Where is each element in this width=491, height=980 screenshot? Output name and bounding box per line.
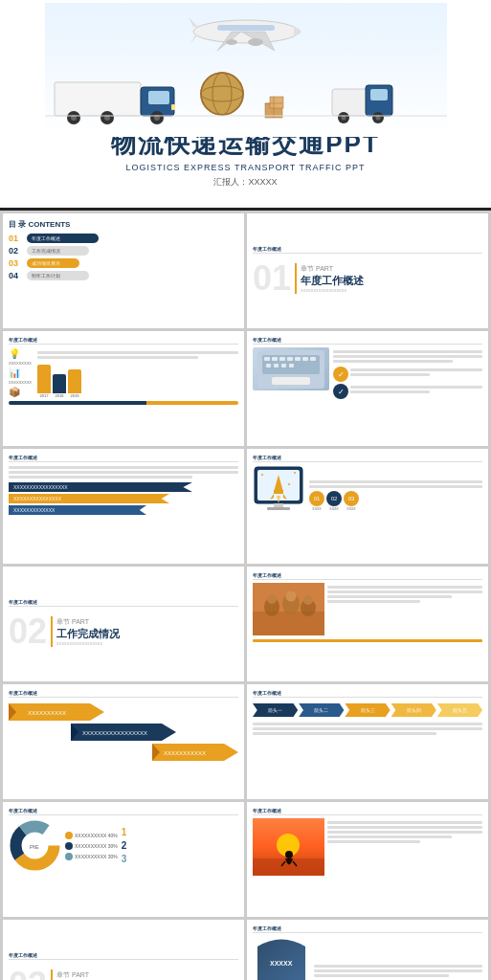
section-title: 年度工作概述 bbox=[301, 274, 364, 288]
slide-waterdrop: 年度工作概述 XXXXX bbox=[247, 920, 488, 980]
svg-rect-40 bbox=[266, 364, 271, 368]
svg-text:XXXXXXXXXX: XXXXXXXXXX bbox=[28, 710, 66, 716]
slide-sunset: 年度工作概述 bbox=[247, 802, 488, 917]
slide-section3: 年度工作概述 03 章节 PART 成功项目展示 XXXXXXXXXXXXXXX… bbox=[3, 920, 244, 980]
hero-slide: 物流快递运输交通PPT LOGISTICS EXPRESS TRANSPORT … bbox=[0, 0, 491, 211]
ribbon-blue-1: XXXXXXXXXXXXXXXXX bbox=[9, 482, 192, 492]
ribbon-yellow-1: XXXXXXXXXXXXXXX bbox=[9, 494, 169, 503]
slide-header: 年度工作概述 bbox=[253, 808, 482, 815]
svg-rect-52 bbox=[274, 503, 283, 507]
svg-point-55 bbox=[294, 472, 296, 474]
slide-pie1: 年度工作概述 PIE XXXXXXXXXX 40% XXXXXXXXXX 30% bbox=[3, 802, 244, 917]
toc-item-2: 02 工作完成情况 bbox=[9, 246, 238, 256]
ribbon-1: XXXXXXXXXX bbox=[9, 703, 104, 721]
transport-scene-svg bbox=[45, 3, 447, 137]
section-num-bg-3: 03 bbox=[9, 968, 47, 980]
check-icon-2: ✓ bbox=[333, 384, 348, 399]
svg-rect-44 bbox=[272, 377, 310, 385]
section-num-bg-2: 02 bbox=[9, 614, 47, 649]
slide-text-bars: 年度工作概述 XXXXXXXXXXXXXXXXX XXXXXXXXXXXXXXX… bbox=[3, 449, 244, 564]
accent-bar bbox=[253, 639, 482, 642]
img-people bbox=[253, 583, 324, 635]
slide-header: 年度工作概述 bbox=[9, 952, 238, 960]
svg-rect-11 bbox=[148, 91, 169, 104]
section-sub: XXXXXXXXXXXXXXXXXX bbox=[301, 288, 364, 293]
slide-section1: 年度工作概述 01 章节 PART 年度工作概述 XXXXXXXXXXXXXXX… bbox=[247, 213, 488, 328]
svg-rect-33 bbox=[264, 357, 270, 361]
hero-title-en: LOGISTICS EXPRESS TRANSPORT TRAFFIC PPT bbox=[126, 163, 366, 172]
slide-header: 年度工作概述 bbox=[9, 808, 238, 815]
slide-header: 年度工作概述 bbox=[9, 599, 238, 607]
svg-rect-18 bbox=[171, 104, 175, 110]
svg-point-54 bbox=[261, 474, 263, 476]
slide-flow-arrows: 年度工作概述 箭头一 箭头二 箭头三 箭头四 箭头五 bbox=[247, 684, 488, 799]
ribbon-2: XXXXXXXXXXXXXXXXX bbox=[71, 724, 176, 741]
toc-item-1: 01 年度工作概述 bbox=[9, 234, 238, 243]
svg-point-56 bbox=[288, 483, 290, 485]
section-divider-2 bbox=[51, 616, 53, 647]
svg-point-62 bbox=[267, 594, 277, 604]
slide-header: 年度工作概述 bbox=[253, 925, 482, 933]
section-divider bbox=[295, 263, 297, 294]
svg-point-63 bbox=[286, 591, 297, 602]
svg-rect-58 bbox=[253, 612, 324, 635]
img-keyboard bbox=[253, 347, 329, 390]
svg-rect-35 bbox=[279, 357, 285, 361]
svg-rect-48 bbox=[274, 490, 283, 494]
icon-box: 📦 bbox=[9, 387, 32, 397]
legend-dot-1 bbox=[65, 832, 73, 839]
sunset-svg bbox=[253, 818, 324, 876]
check-icon: ✓ bbox=[333, 367, 348, 382]
slide-toc: 目 录 CONTENTS 01 年度工作概述 02 工作完成情况 03 成功项目… bbox=[3, 213, 244, 328]
svg-point-76 bbox=[285, 851, 293, 858]
icon-chart: 📊 bbox=[9, 368, 32, 378]
slide-section2: 年度工作概述 02 章节 PART 工作完成情况 XXXXXXXXXXXXXXX… bbox=[3, 567, 244, 681]
svg-rect-41 bbox=[274, 364, 279, 368]
slide-header: 年度工作概述 bbox=[9, 337, 238, 345]
legend-dot-3 bbox=[65, 853, 73, 860]
section-divider-3 bbox=[51, 969, 53, 980]
slide-stats1: 年度工作概述 💡 XXXXXXXXX 📊 XXXXXXXXX 📦 2017 bbox=[3, 331, 244, 446]
svg-text:XXXXXXXXXXXXXXXXX: XXXXXXXXXXXXXXXXX bbox=[82, 730, 147, 736]
slide-header: 年度工作概述 bbox=[253, 246, 482, 254]
svg-rect-53 bbox=[267, 507, 290, 510]
svg-rect-2 bbox=[217, 25, 275, 31]
svg-rect-37 bbox=[295, 357, 301, 361]
svg-rect-39 bbox=[310, 357, 316, 361]
slide-ribbons: 年度工作概述 XXXXXXXXXX XXXXXXXXXXXXXXXXX bbox=[3, 684, 244, 799]
toc-item-3: 03 成功项目展示 bbox=[9, 258, 238, 268]
svg-rect-21 bbox=[370, 89, 388, 100]
svg-point-4 bbox=[226, 39, 237, 45]
section-title-2: 工作完成情况 bbox=[56, 627, 120, 641]
section-num-bg: 01 bbox=[253, 261, 291, 296]
section-part-label: 章节 PART bbox=[301, 264, 364, 274]
section-part-label-3: 章节 PART bbox=[56, 970, 120, 980]
legend-dot-2 bbox=[65, 842, 73, 850]
slide-header: 年度工作概述 bbox=[253, 337, 482, 345]
slide-header: 年度工作概述 bbox=[253, 572, 482, 580]
section-part-label-2: 章节 PART bbox=[56, 617, 120, 627]
slide-header: 年度工作概述 bbox=[9, 455, 238, 462]
toc-title: 目 录 CONTENTS bbox=[9, 219, 238, 230]
pie-chart-svg: PIE bbox=[9, 819, 61, 872]
slide-keyboard: 年度工作概述 bbox=[247, 331, 488, 446]
svg-text:XXXXXXXXXXX: XXXXXXXXXXX bbox=[164, 750, 206, 756]
ribbon-blue-2: XXXXXXXXXXXXX bbox=[9, 505, 146, 515]
flow-arrows: 箭头一 箭头二 箭头三 箭头四 箭头五 bbox=[253, 703, 482, 717]
slide-photo-office: 年度工作概述 bbox=[247, 567, 488, 681]
bar-2019 bbox=[68, 369, 81, 393]
bar-2018 bbox=[53, 374, 66, 393]
svg-rect-34 bbox=[272, 357, 278, 361]
hero-presenter: 汇报人：XXXXX bbox=[213, 176, 277, 189]
monitor-rocket-svg bbox=[253, 465, 305, 523]
svg-rect-42 bbox=[281, 364, 286, 368]
slide-rocket: 年度工作概述 bbox=[247, 449, 488, 564]
slides-grid: 目 录 CONTENTS 01 年度工作概述 02 工作完成情况 03 成功项目… bbox=[0, 211, 491, 980]
svg-rect-38 bbox=[302, 357, 308, 361]
slide-header: 年度工作概述 bbox=[253, 455, 482, 462]
svg-rect-9 bbox=[55, 82, 141, 116]
svg-rect-36 bbox=[287, 357, 293, 361]
hero-image-area bbox=[0, 0, 491, 139]
toc-item-4: 04 明年工作计划 bbox=[9, 271, 238, 280]
svg-point-64 bbox=[303, 595, 313, 605]
